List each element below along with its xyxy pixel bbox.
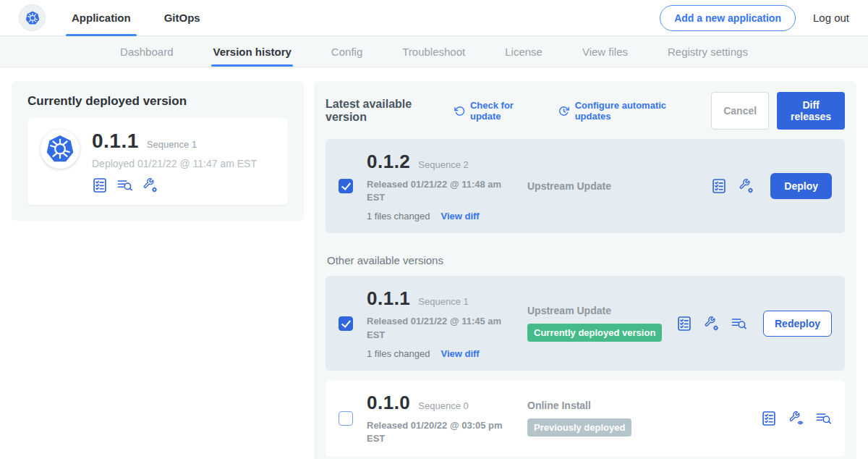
version-source: Online Install <box>527 400 761 411</box>
version-number: 0.1.0 <box>367 392 410 414</box>
tab-application-label: Application <box>72 12 131 24</box>
currently-deployed-title: Currently deployed version <box>27 94 288 109</box>
deployed-version-card: 0.1.1 Sequence 1 Deployed 01/21/22 @ 11:… <box>27 118 288 205</box>
version-row-0-1-0: 0.1.0 Sequence 0 Released 01/20/22 @ 03:… <box>326 380 845 457</box>
clock-refresh-icon <box>558 105 569 117</box>
tab-gitops-label: GitOps <box>164 12 200 24</box>
preflight-checks-icon[interactable] <box>761 410 777 426</box>
version-source: Upstream Update <box>527 180 711 192</box>
deployed-sequence: Sequence 1 <box>147 139 197 150</box>
version-source: Upstream Update <box>527 305 676 316</box>
subnav-config[interactable]: Config <box>331 36 362 67</box>
subnav-troubleshoot[interactable]: Troubleshoot <box>402 36 465 67</box>
released-timestamp: Released 01/20/22 @ 03:05 pm EST <box>367 419 504 445</box>
deploy-logs-icon[interactable] <box>117 177 133 193</box>
deploy-logs-icon[interactable] <box>816 410 832 426</box>
status-badge: Currently deployed version <box>527 324 662 342</box>
version-sequence: Sequence 0 <box>418 400 468 411</box>
preflight-checks-icon[interactable] <box>711 178 727 194</box>
app-kubernetes-avatar <box>41 130 80 169</box>
released-timestamp: Released 01/21/22 @ 11:45 am EST <box>367 315 504 341</box>
version-number: 0.1.1 <box>367 287 410 310</box>
status-badge: Previously deployed <box>527 418 631 437</box>
other-versions-title: Other available versions <box>327 254 845 266</box>
released-timestamp: Released 01/21/22 @ 11:48 am EST <box>367 178 504 204</box>
subnav-view-files[interactable]: View files <box>582 36 628 67</box>
kubernetes-logo-icon <box>19 4 46 31</box>
preflight-checks-icon[interactable] <box>676 316 692 332</box>
preflight-checks-icon[interactable] <box>92 177 108 193</box>
version-sequence: Sequence 2 <box>418 159 468 170</box>
currently-deployed-panel: Currently deployed version 0.1.1 Sequenc… <box>12 81 304 221</box>
cancel-button[interactable]: Cancel <box>711 92 769 130</box>
version-row-0-1-2: 0.1.2 Sequence 2 Released 01/21/22 @ 11:… <box>326 139 845 233</box>
view-config-icon[interactable] <box>788 410 804 426</box>
check-for-update-link[interactable]: Check for update <box>454 100 539 122</box>
edit-config-icon[interactable] <box>142 177 158 193</box>
files-changed-label: 1 files changed <box>367 348 430 359</box>
tab-application[interactable]: Application <box>72 0 131 36</box>
subnav-dashboard[interactable]: Dashboard <box>120 36 173 67</box>
view-diff-link[interactable]: View diff <box>441 211 479 222</box>
subnav-registry-settings[interactable]: Registry settings <box>668 36 748 67</box>
version-row-0-1-1: 0.1.1 Sequence 1 Released 01/21/22 @ 11:… <box>326 276 845 370</box>
deploy-logs-icon[interactable] <box>731 316 747 332</box>
files-changed-label: 1 files changed <box>367 211 430 222</box>
diff-releases-button[interactable]: Diff releases <box>777 92 845 130</box>
top-nav: Application GitOps Add a new application… <box>0 0 868 36</box>
version-number: 0.1.2 <box>367 151 410 173</box>
edit-config-icon[interactable] <box>704 316 720 332</box>
available-versions-panel: Latest available version Check for updat… <box>314 81 856 459</box>
redeploy-button[interactable]: Redeploy <box>763 311 832 337</box>
version-checkbox[interactable] <box>339 411 353 426</box>
version-sequence: Sequence 1 <box>418 296 468 307</box>
main-content: Currently deployed version 0.1.1 Sequenc… <box>0 67 868 459</box>
version-checkbox[interactable] <box>339 179 353 193</box>
latest-available-title: Latest available version <box>326 98 443 124</box>
edit-config-icon[interactable] <box>739 178 754 194</box>
deployed-timestamp: Deployed 01/21/22 @ 11:47 am EST <box>92 158 257 169</box>
view-diff-link[interactable]: View diff <box>441 348 479 359</box>
app-subnav: Dashboard Version history Config Trouble… <box>0 36 868 67</box>
deployed-version-number: 0.1.1 <box>92 130 139 153</box>
refresh-icon <box>454 105 465 117</box>
subnav-version-history[interactable]: Version history <box>213 36 291 67</box>
subnav-license[interactable]: License <box>505 36 542 67</box>
tab-gitops[interactable]: GitOps <box>164 0 200 36</box>
configure-automatic-updates-link[interactable]: Configure automatic updates <box>558 100 691 122</box>
add-application-button[interactable]: Add a new application <box>660 5 796 31</box>
logout-link[interactable]: Log out <box>813 12 849 24</box>
version-checkbox[interactable] <box>339 316 353 331</box>
deploy-button[interactable]: Deploy <box>770 173 832 199</box>
